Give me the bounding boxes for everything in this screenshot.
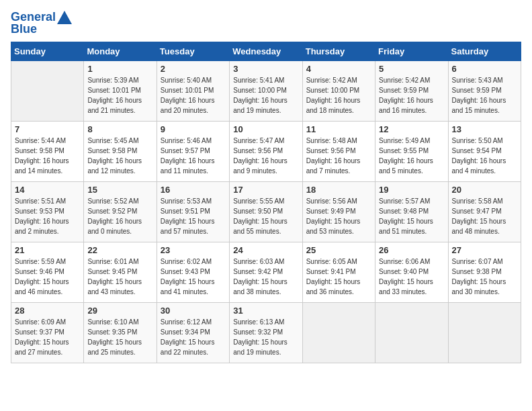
- day-number: 12: [379, 124, 444, 134]
- header-cell-sunday: Sunday: [11, 42, 84, 60]
- calendar-cell: [302, 302, 375, 363]
- svg-marker-0: [57, 11, 72, 24]
- calendar-cell: 8Sunrise: 5:45 AM Sunset: 9:58 PM Daylig…: [84, 121, 157, 181]
- day-number: 25: [306, 245, 371, 255]
- day-info: Sunrise: 6:07 AM Sunset: 9:38 PM Dayligh…: [452, 257, 517, 297]
- day-number: 18: [306, 185, 371, 195]
- header-cell-wednesday: Wednesday: [230, 42, 302, 60]
- calendar-header: SundayMondayTuesdayWednesdayThursdayFrid…: [11, 42, 521, 60]
- header: General Blue: [11, 7, 521, 36]
- calendar-cell: 6Sunrise: 5:43 AM Sunset: 9:59 PM Daylig…: [448, 60, 521, 121]
- day-number: 2: [161, 64, 226, 74]
- calendar-cell: 13Sunrise: 5:50 AM Sunset: 9:54 PM Dayli…: [448, 121, 521, 181]
- calendar-cell: 10Sunrise: 5:47 AM Sunset: 9:56 PM Dayli…: [230, 121, 302, 181]
- day-number: 23: [161, 245, 226, 255]
- calendar-cell: [11, 60, 84, 121]
- day-info: Sunrise: 6:01 AM Sunset: 9:45 PM Dayligh…: [87, 257, 152, 297]
- calendar-body: 1Sunrise: 5:39 AM Sunset: 10:01 PM Dayli…: [11, 60, 521, 363]
- day-number: 3: [233, 64, 298, 74]
- calendar-cell: 26Sunrise: 6:06 AM Sunset: 9:40 PM Dayli…: [375, 242, 448, 302]
- calendar-cell: 11Sunrise: 5:48 AM Sunset: 9:56 PM Dayli…: [302, 121, 375, 181]
- calendar-cell: [448, 302, 521, 363]
- day-info: Sunrise: 5:59 AM Sunset: 9:46 PM Dayligh…: [15, 257, 80, 297]
- day-number: 17: [233, 185, 298, 195]
- calendar-cell: 19Sunrise: 5:57 AM Sunset: 9:48 PM Dayli…: [375, 181, 448, 242]
- day-info: Sunrise: 5:51 AM Sunset: 9:53 PM Dayligh…: [15, 196, 80, 236]
- day-info: Sunrise: 5:52 AM Sunset: 9:52 PM Dayligh…: [87, 196, 152, 236]
- day-number: 24: [233, 245, 298, 255]
- calendar-cell: 3Sunrise: 5:41 AM Sunset: 10:00 PM Dayli…: [230, 60, 302, 121]
- day-number: 14: [15, 185, 80, 195]
- day-number: 28: [15, 306, 80, 316]
- day-number: 6: [452, 64, 517, 74]
- calendar-cell: 25Sunrise: 6:05 AM Sunset: 9:41 PM Dayli…: [302, 242, 375, 302]
- page: General Blue SundayMondayTuesdayWednesda…: [0, 0, 532, 411]
- day-number: 10: [233, 124, 298, 134]
- day-info: Sunrise: 5:42 AM Sunset: 9:59 PM Dayligh…: [379, 75, 444, 116]
- day-info: Sunrise: 5:58 AM Sunset: 9:47 PM Dayligh…: [452, 196, 517, 236]
- day-info: Sunrise: 5:53 AM Sunset: 9:51 PM Dayligh…: [161, 196, 226, 236]
- day-info: Sunrise: 5:49 AM Sunset: 9:55 PM Dayligh…: [379, 136, 444, 176]
- calendar-cell: 30Sunrise: 6:12 AM Sunset: 9:34 PM Dayli…: [157, 302, 229, 363]
- calendar-cell: [375, 302, 448, 363]
- header-cell-friday: Friday: [375, 42, 448, 60]
- day-number: 16: [161, 185, 226, 195]
- day-number: 11: [306, 124, 371, 134]
- week-row-4: 28Sunrise: 6:09 AM Sunset: 9:37 PM Dayli…: [11, 302, 521, 363]
- calendar-cell: 21Sunrise: 5:59 AM Sunset: 9:46 PM Dayli…: [11, 242, 84, 302]
- logo-text-blue: Blue: [11, 23, 37, 36]
- day-number: 19: [379, 185, 444, 195]
- day-info: Sunrise: 5:44 AM Sunset: 9:58 PM Dayligh…: [15, 136, 80, 176]
- calendar-cell: 28Sunrise: 6:09 AM Sunset: 9:37 PM Dayli…: [11, 302, 84, 363]
- calendar-cell: 15Sunrise: 5:52 AM Sunset: 9:52 PM Dayli…: [84, 181, 157, 242]
- header-cell-thursday: Thursday: [302, 42, 375, 60]
- logo: General Blue: [11, 11, 72, 36]
- day-number: 8: [87, 124, 152, 134]
- calendar-cell: 31Sunrise: 6:13 AM Sunset: 9:32 PM Dayli…: [230, 302, 302, 363]
- week-row-2: 14Sunrise: 5:51 AM Sunset: 9:53 PM Dayli…: [11, 181, 521, 242]
- day-number: 5: [379, 64, 444, 74]
- day-info: Sunrise: 5:43 AM Sunset: 9:59 PM Dayligh…: [452, 75, 517, 116]
- calendar-cell: 18Sunrise: 5:56 AM Sunset: 9:49 PM Dayli…: [302, 181, 375, 242]
- day-info: Sunrise: 6:13 AM Sunset: 9:32 PM Dayligh…: [233, 317, 298, 357]
- week-row-0: 1Sunrise: 5:39 AM Sunset: 10:01 PM Dayli…: [11, 60, 521, 121]
- logo-icon: [57, 11, 72, 24]
- calendar-cell: 24Sunrise: 6:03 AM Sunset: 9:42 PM Dayli…: [230, 242, 302, 302]
- day-number: 1: [87, 64, 152, 74]
- day-number: 20: [452, 185, 517, 195]
- calendar-cell: 4Sunrise: 5:42 AM Sunset: 10:00 PM Dayli…: [302, 60, 375, 121]
- day-info: Sunrise: 6:03 AM Sunset: 9:42 PM Dayligh…: [233, 257, 298, 297]
- calendar-cell: 9Sunrise: 5:46 AM Sunset: 9:57 PM Daylig…: [157, 121, 229, 181]
- calendar-cell: 12Sunrise: 5:49 AM Sunset: 9:55 PM Dayli…: [375, 121, 448, 181]
- day-info: Sunrise: 5:46 AM Sunset: 9:57 PM Dayligh…: [161, 136, 226, 176]
- day-number: 4: [306, 64, 371, 74]
- day-number: 31: [233, 306, 298, 316]
- week-row-3: 21Sunrise: 5:59 AM Sunset: 9:46 PM Dayli…: [11, 242, 521, 302]
- calendar-cell: 17Sunrise: 5:55 AM Sunset: 9:50 PM Dayli…: [230, 181, 302, 242]
- calendar-cell: 14Sunrise: 5:51 AM Sunset: 9:53 PM Dayli…: [11, 181, 84, 242]
- day-info: Sunrise: 6:06 AM Sunset: 9:40 PM Dayligh…: [379, 257, 444, 297]
- calendar-cell: 22Sunrise: 6:01 AM Sunset: 9:45 PM Dayli…: [84, 242, 157, 302]
- day-info: Sunrise: 5:47 AM Sunset: 9:56 PM Dayligh…: [233, 136, 298, 176]
- day-info: Sunrise: 5:41 AM Sunset: 10:00 PM Daylig…: [233, 75, 298, 116]
- day-info: Sunrise: 6:05 AM Sunset: 9:41 PM Dayligh…: [306, 257, 371, 297]
- calendar-cell: 29Sunrise: 6:10 AM Sunset: 9:35 PM Dayli…: [84, 302, 157, 363]
- calendar-cell: 27Sunrise: 6:07 AM Sunset: 9:38 PM Dayli…: [448, 242, 521, 302]
- day-info: Sunrise: 5:39 AM Sunset: 10:01 PM Daylig…: [87, 75, 152, 116]
- day-info: Sunrise: 5:50 AM Sunset: 9:54 PM Dayligh…: [452, 136, 517, 176]
- calendar-table: SundayMondayTuesdayWednesdayThursdayFrid…: [11, 42, 521, 363]
- calendar-cell: 2Sunrise: 5:40 AM Sunset: 10:01 PM Dayli…: [157, 60, 229, 121]
- day-number: 15: [87, 185, 152, 195]
- calendar-cell: 16Sunrise: 5:53 AM Sunset: 9:51 PM Dayli…: [157, 181, 229, 242]
- day-number: 26: [379, 245, 444, 255]
- day-info: Sunrise: 6:02 AM Sunset: 9:43 PM Dayligh…: [161, 257, 226, 297]
- day-info: Sunrise: 5:42 AM Sunset: 10:00 PM Daylig…: [306, 75, 371, 116]
- day-info: Sunrise: 6:09 AM Sunset: 9:37 PM Dayligh…: [15, 317, 80, 357]
- calendar-cell: 23Sunrise: 6:02 AM Sunset: 9:43 PM Dayli…: [157, 242, 229, 302]
- day-info: Sunrise: 5:40 AM Sunset: 10:01 PM Daylig…: [161, 75, 226, 116]
- day-info: Sunrise: 5:48 AM Sunset: 9:56 PM Dayligh…: [306, 136, 371, 176]
- header-cell-saturday: Saturday: [448, 42, 521, 60]
- day-number: 22: [87, 245, 152, 255]
- day-info: Sunrise: 6:12 AM Sunset: 9:34 PM Dayligh…: [161, 317, 226, 357]
- week-row-1: 7Sunrise: 5:44 AM Sunset: 9:58 PM Daylig…: [11, 121, 521, 181]
